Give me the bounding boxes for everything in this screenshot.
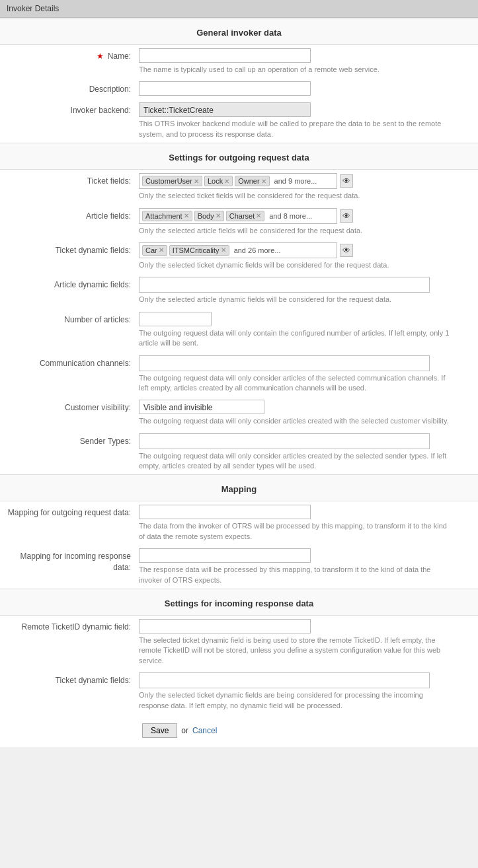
page-title: Invoker Details (7, 4, 59, 13)
sender-types-label: Sender Types: (7, 433, 139, 447)
ticket-dynamic-fields-tag-field[interactable]: Car ✕ ITSMCriticality ✕ and 26 more... (139, 242, 337, 258)
article-dynamic-hint: Only the selected article dynamic fields… (139, 295, 450, 305)
article-fields-hint: Only the selected article fields will be… (139, 226, 450, 236)
invoker-backend-field-container: Ticket::TicketCreate This OTRS invoker b… (139, 102, 471, 139)
article-fields-eye-icon[interactable]: 👁 (340, 209, 353, 223)
required-star: ★ (97, 52, 104, 61)
ticket-dynamic-incoming-label: Ticket dynamic fields: (7, 672, 139, 686)
page-header: Invoker Details (0, 0, 478, 18)
description-input[interactable] (139, 81, 311, 96)
communication-channels-hint: The outgoing request data will only cons… (139, 373, 450, 394)
ticket-fields-more: and 9 more... (274, 177, 317, 185)
cancel-button[interactable]: Cancel (192, 726, 217, 735)
invoker-backend-hint: This OTRS invoker backend module will be… (139, 119, 450, 139)
ticket-fields-container: CustomerUser ✕ Lock ✕ Owner ✕ and 9 more… (139, 173, 471, 201)
ticket-dynamic-eye-icon[interactable]: 👁 (340, 244, 353, 257)
sender-types-tag-field[interactable] (139, 433, 430, 449)
invoker-backend-value: Ticket::TicketCreate (139, 102, 311, 117)
mapping-outgoing-container: The data from the invoker of OTRS will b… (139, 505, 471, 542)
remote-ticketid-container: The selected ticket dynamic field is bei… (139, 619, 471, 666)
article-fields-more: and 8 more... (269, 212, 312, 220)
communication-channels-label: Communication channels: (7, 355, 139, 369)
or-text: or (181, 726, 188, 735)
mapping-incoming-input[interactable] (139, 548, 311, 563)
tag-body: Body ✕ (194, 211, 224, 221)
tag-customeruser: CustomerUser ✕ (142, 176, 202, 186)
ticket-dynamic-incoming-container: Only the selected ticket dynamic fields … (139, 672, 471, 711)
actions-row: Save or Cancel (0, 714, 478, 747)
number-of-articles-container: The outgoing request data will only cont… (139, 312, 471, 349)
number-of-articles-hint: The outgoing request data will only cont… (139, 328, 450, 349)
mapping-incoming-label: Mapping for incoming response data: (7, 548, 139, 573)
mapping-outgoing-label: Mapping for outgoing request data: (7, 505, 139, 519)
number-of-articles-input[interactable] (139, 312, 212, 326)
save-button[interactable]: Save (142, 723, 177, 738)
customer-visibility-value[interactable]: Visible and invisible (139, 400, 264, 414)
ticket-dynamic-incoming-hint: Only the selected ticket dynamic fields … (139, 690, 450, 711)
article-fields-tag-field[interactable]: Attachment ✕ Body ✕ Charset ✕ and 8 more… (139, 208, 337, 224)
remote-ticketid-hint: The selected ticket dynamic field is bei… (139, 635, 450, 666)
article-dynamic-fields-tag-field[interactable] (139, 277, 430, 293)
ticket-fields-eye-icon[interactable]: 👁 (340, 174, 353, 188)
sender-types-hint: The outgoing request data will only cons… (139, 451, 450, 472)
section-outgoing-title: Settings for outgoing request data (0, 143, 478, 170)
article-dynamic-fields-container: Only the selected article dynamic fields… (139, 277, 471, 305)
tag-car: Car ✕ (142, 245, 167, 256)
invoker-backend-label: Invoker backend: (7, 102, 139, 116)
name-hint: The name is typically used to call up an… (139, 65, 450, 75)
tag-charset: Charset ✕ (226, 211, 265, 221)
ticket-fields-hint: Only the selected ticket fields will be … (139, 191, 450, 201)
ticket-dynamic-fields-label: Ticket dynamic fields: (7, 242, 139, 256)
customer-visibility-container: Visible and invisible The outgoing reque… (139, 400, 471, 426)
mapping-outgoing-input[interactable] (139, 505, 311, 519)
tag-itsm-criticality: ITSMCriticality ✕ (169, 245, 229, 256)
name-label: ★ Name: (7, 48, 139, 62)
mapping-outgoing-hint: The data from the invoker of OTRS will b… (139, 521, 450, 542)
ticket-dynamic-more: and 26 more... (234, 246, 281, 254)
ticket-dynamic-incoming-tag-field[interactable] (139, 672, 430, 688)
article-fields-label: Article fields: (7, 208, 139, 222)
ticket-fields-label: Ticket fields: (7, 173, 139, 187)
section-mapping-title: Mapping (0, 475, 478, 501)
article-dynamic-fields-label: Article dynamic fields: (7, 277, 139, 291)
description-field-container (139, 81, 471, 96)
name-field-container: The name is typically used to call up an… (139, 48, 471, 75)
name-input[interactable] (139, 48, 311, 63)
section-general-title: General invoker data (0, 18, 478, 45)
ticket-fields-tag-field[interactable]: CustomerUser ✕ Lock ✕ Owner ✕ and 9 more… (139, 173, 337, 189)
section-incoming-title: Settings for incoming response data (0, 589, 478, 616)
article-fields-container: Attachment ✕ Body ✕ Charset ✕ and 8 more… (139, 208, 471, 236)
ticket-dynamic-fields-container: Car ✕ ITSMCriticality ✕ and 26 more... 👁… (139, 242, 471, 270)
tag-attachment: Attachment ✕ (142, 211, 192, 221)
description-label: Description: (7, 81, 139, 95)
communication-channels-container: The outgoing request data will only cons… (139, 355, 471, 394)
remote-ticketid-label: Remote TicketID dynamic field: (7, 619, 139, 633)
customer-visibility-hint: The outgoing request data will only cons… (139, 416, 450, 426)
tag-lock: Lock ✕ (204, 176, 233, 186)
remote-ticketid-input[interactable] (139, 619, 311, 633)
mapping-incoming-hint: The response data will be processed by t… (139, 565, 450, 585)
number-of-articles-label: Number of articles: (7, 312, 139, 326)
communication-channels-tag-field[interactable] (139, 355, 430, 371)
customer-visibility-label: Customer visibility: (7, 400, 139, 414)
tag-owner: Owner ✕ (235, 176, 269, 186)
sender-types-container: The outgoing request data will only cons… (139, 433, 471, 472)
mapping-incoming-container: The response data will be processed by t… (139, 548, 471, 585)
ticket-dynamic-hint: Only the selected ticket dynamic fields … (139, 260, 450, 270)
